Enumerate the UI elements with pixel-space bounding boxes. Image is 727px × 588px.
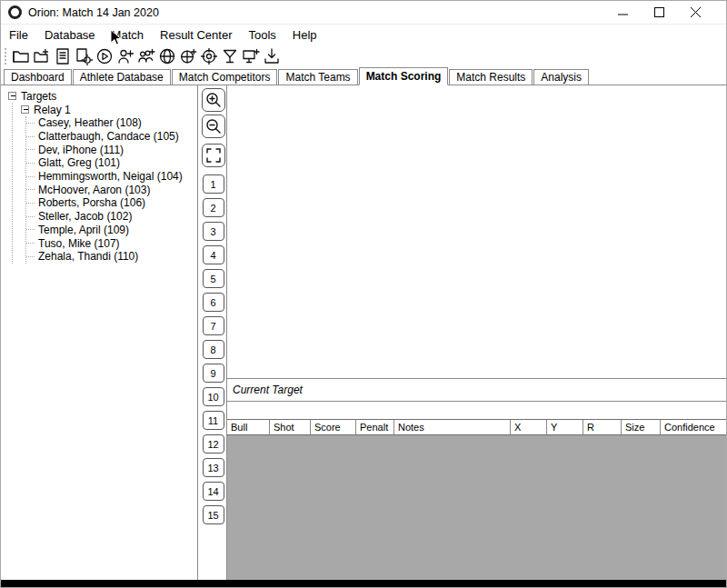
current-target-label: Current Target bbox=[233, 384, 303, 396]
menu-tools[interactable]: Tools bbox=[241, 26, 284, 44]
target-button-15[interactable]: 15 bbox=[203, 505, 224, 524]
folder-open-icon bbox=[12, 47, 30, 65]
tree-athlete-item[interactable]: Zehala, Thandi (110) bbox=[26, 250, 197, 264]
network-button[interactable] bbox=[157, 46, 177, 66]
close-button[interactable] bbox=[677, 1, 713, 24]
tree-athlete-item[interactable]: Steller, Jacob (102) bbox=[26, 210, 197, 224]
tree-athlete-item[interactable]: Clatterbaugh, Candace (105) bbox=[26, 130, 197, 144]
tree-athlete-item[interactable]: Casey, Heather (108) bbox=[26, 116, 197, 130]
col-x[interactable]: X bbox=[511, 420, 547, 434]
collapse-toggle-targets[interactable] bbox=[8, 92, 16, 100]
target-button-6[interactable]: 6 bbox=[203, 293, 224, 312]
targets-children: Relay 1 Casey, Heather (108) Clatterbaug… bbox=[12, 103, 197, 264]
tab-analysis[interactable]: Analysis bbox=[533, 69, 589, 85]
zoom-in-button[interactable] bbox=[202, 88, 225, 112]
tree-athlete-item[interactable]: Glatt, Greg (101) bbox=[26, 156, 197, 170]
target-button-12[interactable]: 12 bbox=[203, 434, 224, 453]
col-score[interactable]: Score bbox=[311, 420, 356, 434]
target-button-13[interactable]: 13 bbox=[203, 458, 224, 477]
target-button-1[interactable]: 1 bbox=[203, 174, 224, 194]
menu-result-center[interactable]: Result Center bbox=[152, 26, 240, 44]
window-controls bbox=[604, 1, 713, 24]
tree-athlete-item[interactable]: Tuso, Mike (107) bbox=[26, 236, 197, 250]
zoom-out-button[interactable] bbox=[202, 115, 225, 138]
target-button-10[interactable]: 10 bbox=[203, 387, 224, 406]
target-button-8[interactable]: 8 bbox=[203, 340, 224, 359]
monitor-add-icon bbox=[242, 47, 260, 65]
menu-file[interactable]: File bbox=[1, 26, 36, 44]
tree-connector-line bbox=[26, 163, 35, 164]
tab-athlete-database[interactable]: Athlete Database bbox=[73, 69, 171, 85]
tree-node-targets[interactable]: Targets bbox=[8, 89, 197, 103]
tab-match-competitors[interactable]: Match Competitors bbox=[172, 69, 278, 85]
add-athlete-button[interactable] bbox=[115, 46, 135, 66]
athlete-label: Tuso, Mike (107) bbox=[38, 237, 120, 250]
target-button-7[interactable]: 7 bbox=[203, 316, 224, 335]
target-button-5[interactable]: 5 bbox=[203, 269, 224, 288]
filter-button[interactable] bbox=[220, 46, 240, 66]
person-add-icon bbox=[116, 47, 134, 65]
tab-match-results[interactable]: Match Results bbox=[449, 69, 533, 85]
minimize-button[interactable] bbox=[604, 1, 641, 24]
tree-athlete-item[interactable]: Hemmingsworth, Neigal (104) bbox=[26, 170, 197, 184]
col-penalty[interactable]: Penalt bbox=[356, 420, 394, 434]
maximize-icon bbox=[654, 7, 664, 17]
target-button-14[interactable]: 14 bbox=[203, 482, 224, 501]
target-button-9[interactable]: 9 bbox=[203, 364, 224, 383]
target-display-area[interactable] bbox=[227, 85, 726, 378]
menu-help[interactable]: Help bbox=[284, 26, 325, 44]
athlete-label: Hemmingsworth, Neigal (104) bbox=[38, 170, 183, 183]
athlete-label: Casey, Heather (108) bbox=[38, 116, 142, 129]
target-button-2[interactable]: 2 bbox=[203, 198, 224, 217]
tree-label-relay-1: Relay 1 bbox=[34, 104, 71, 116]
toolbar-grip[interactable] bbox=[5, 48, 6, 65]
tree-node-relay-1[interactable]: Relay 1 bbox=[21, 103, 197, 116]
target-button-11[interactable]: 11 bbox=[203, 411, 224, 430]
col-notes[interactable]: Notes bbox=[394, 420, 511, 434]
athlete-label: Roberts, Porsha (106) bbox=[38, 196, 145, 209]
col-confidence[interactable]: Confidence bbox=[661, 420, 726, 434]
tree-connector-line bbox=[26, 243, 35, 244]
menu-database[interactable]: Database bbox=[36, 26, 104, 44]
tab-match-teams[interactable]: Match Teams bbox=[278, 69, 357, 85]
tree-connector-line bbox=[26, 216, 35, 217]
add-team-button[interactable] bbox=[136, 46, 156, 66]
add-display-button[interactable] bbox=[241, 46, 261, 66]
athlete-label: Zehala, Thandi (110) bbox=[38, 250, 138, 263]
shots-table: Bull Shot Score Penalt Notes X Y R Size … bbox=[227, 419, 726, 581]
col-y[interactable]: Y bbox=[547, 420, 583, 434]
match-settings-button[interactable] bbox=[74, 46, 94, 66]
import-button[interactable] bbox=[262, 46, 282, 66]
title-bar[interactable]: Orion: Match 14 Jan 2020 bbox=[1, 1, 726, 25]
col-r[interactable]: R bbox=[583, 420, 622, 434]
tree-athlete-item[interactable]: Dev, iPhone (111) bbox=[26, 143, 197, 156]
maximize-button[interactable] bbox=[641, 1, 677, 24]
tree-athlete-item[interactable]: McHoover, Aaron (103) bbox=[26, 183, 197, 196]
web-sync-button[interactable] bbox=[178, 46, 198, 66]
target-button-3[interactable]: 3 bbox=[203, 222, 224, 241]
main-toolbar bbox=[1, 45, 726, 68]
play-icon bbox=[95, 47, 114, 65]
collapse-toggle-relay-1[interactable] bbox=[21, 105, 29, 114]
fit-view-button[interactable] bbox=[202, 144, 225, 167]
fit-view-icon bbox=[204, 146, 223, 164]
target-button-4[interactable]: 4 bbox=[203, 245, 224, 264]
col-size[interactable]: Size bbox=[622, 420, 661, 434]
col-bull[interactable]: Bull bbox=[227, 420, 270, 434]
tree-athlete-item[interactable]: Temple, April (109) bbox=[26, 224, 197, 237]
open-match-button[interactable] bbox=[11, 46, 31, 66]
target-button[interactable] bbox=[199, 46, 219, 66]
bottom-bar bbox=[1, 580, 726, 587]
scoring-right-panel: Current Target Bull Shot Score Penalt No… bbox=[226, 85, 726, 581]
new-match-button[interactable] bbox=[32, 46, 52, 66]
tab-dashboard[interactable]: Dashboard bbox=[4, 69, 72, 85]
minimize-icon bbox=[618, 7, 628, 17]
tab-match-scoring[interactable]: Match Scoring bbox=[359, 67, 449, 85]
start-match-button[interactable] bbox=[95, 46, 115, 66]
athlete-label: Clatterbaugh, Candace (105) bbox=[38, 130, 179, 143]
tree-athlete-item[interactable]: Roberts, Porsha (106) bbox=[26, 196, 197, 210]
match-notes-button[interactable] bbox=[53, 46, 73, 66]
menu-match[interactable]: Match bbox=[104, 26, 152, 44]
col-shot[interactable]: Shot bbox=[270, 420, 311, 434]
target-view-toolstrip: 1 2 3 4 5 6 7 8 9 10 11 12 13 14 15 bbox=[200, 88, 226, 524]
